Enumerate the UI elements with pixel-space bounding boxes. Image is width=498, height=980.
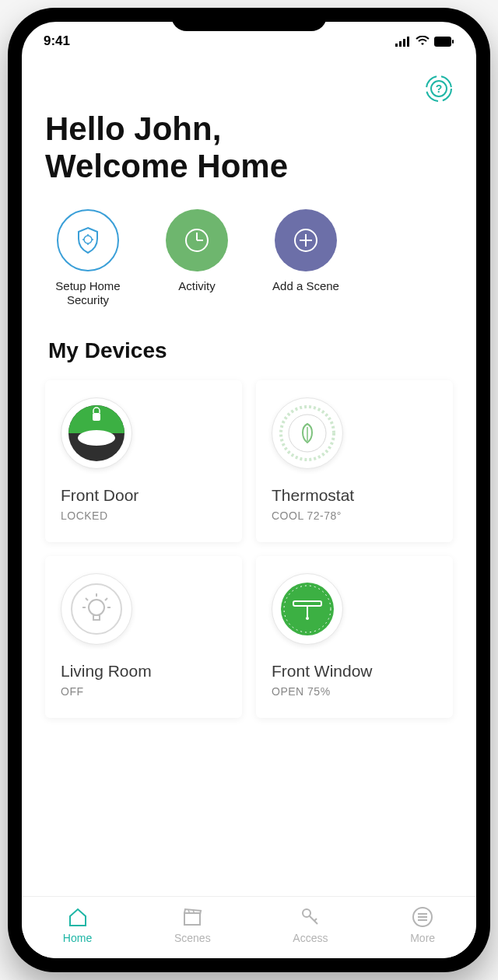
add-scene-button[interactable]: Add a Scene bbox=[263, 209, 349, 307]
svg-rect-4 bbox=[434, 37, 451, 47]
greeting-line2: Welcome Home bbox=[45, 148, 288, 184]
phone-notch bbox=[171, 8, 327, 31]
svg-rect-2 bbox=[403, 39, 405, 47]
svg-line-31 bbox=[105, 598, 107, 600]
device-status: OPEN 75% bbox=[272, 685, 437, 698]
qa-label: Setup Home Security bbox=[45, 279, 131, 307]
lightbulb-icon bbox=[67, 579, 126, 639]
activity-button[interactable]: Activity bbox=[154, 209, 240, 307]
svg-rect-39 bbox=[184, 913, 200, 925]
greeting: Hello John, Welcome Home bbox=[45, 110, 453, 186]
cellular-icon bbox=[395, 36, 411, 47]
setup-home-security-button[interactable]: Setup Home Security bbox=[45, 209, 131, 307]
clock-icon bbox=[181, 225, 212, 256]
device-card-front-window[interactable]: Front Window OPEN 75% bbox=[256, 556, 453, 718]
device-card-thermostat[interactable]: Thermostat COOL 72-78° bbox=[256, 380, 453, 542]
tab-bar: Home Scenes Access More bbox=[22, 896, 476, 958]
battery-icon bbox=[434, 37, 454, 47]
device-status: LOCKED bbox=[61, 509, 226, 522]
device-name: Living Room bbox=[61, 662, 226, 681]
lock-device-icon bbox=[67, 404, 126, 463]
svg-rect-22 bbox=[93, 413, 100, 421]
my-devices-title: My Devices bbox=[48, 338, 453, 363]
tab-scenes[interactable]: Scenes bbox=[174, 905, 211, 944]
device-card-front-door[interactable]: Front Door LOCKED bbox=[45, 380, 242, 542]
plus-circle-icon bbox=[290, 225, 321, 256]
svg-point-21 bbox=[78, 430, 115, 446]
svg-line-30 bbox=[86, 598, 88, 600]
key-icon bbox=[299, 905, 322, 929]
svg-rect-28 bbox=[93, 615, 100, 620]
device-name: Front Door bbox=[61, 486, 226, 505]
device-status: OFF bbox=[61, 685, 226, 698]
svg-rect-0 bbox=[395, 44, 398, 47]
tab-access[interactable]: Access bbox=[293, 905, 328, 944]
svg-point-38 bbox=[306, 617, 309, 620]
svg-rect-5 bbox=[452, 40, 454, 44]
status-indicators bbox=[395, 36, 454, 47]
qa-label: Add a Scene bbox=[272, 279, 339, 293]
svg-line-44 bbox=[314, 919, 317, 921]
device-name: Thermostat bbox=[272, 486, 437, 505]
svg-point-27 bbox=[89, 600, 104, 615]
tab-label: Scenes bbox=[174, 932, 211, 944]
tab-home[interactable]: Home bbox=[63, 905, 92, 944]
svg-point-26 bbox=[72, 584, 121, 634]
device-card-living-room[interactable]: Living Room OFF bbox=[45, 556, 242, 718]
tab-more[interactable]: More bbox=[410, 905, 435, 944]
phone-frame: 9:41 ? Hello John, Welcome Home bbox=[8, 8, 490, 972]
window-shade-icon bbox=[278, 579, 337, 639]
svg-rect-1 bbox=[399, 41, 402, 47]
tab-label: More bbox=[410, 932, 435, 944]
main-content: ? Hello John, Welcome Home Setup bbox=[22, 61, 476, 896]
device-name: Front Window bbox=[272, 662, 437, 681]
status-time: 9:41 bbox=[44, 33, 70, 49]
shield-gear-icon bbox=[72, 225, 103, 256]
tab-label: Access bbox=[293, 932, 328, 944]
greeting-line1: Hello John, bbox=[45, 110, 221, 147]
device-grid: Front Door LOCKED Thermostat COOL 72-78° bbox=[45, 380, 453, 718]
menu-circle-icon bbox=[411, 905, 434, 929]
home-icon bbox=[66, 905, 89, 929]
tab-label: Home bbox=[63, 932, 92, 944]
svg-text:?: ? bbox=[436, 82, 443, 95]
wifi-icon bbox=[416, 36, 430, 47]
svg-point-9 bbox=[84, 236, 92, 243]
device-status: COOL 72-78° bbox=[272, 509, 437, 522]
thermostat-leaf-icon bbox=[278, 404, 337, 463]
qa-label: Activity bbox=[178, 279, 216, 293]
phone-screen: 9:41 ? Hello John, Welcome Home bbox=[22, 22, 476, 958]
svg-rect-3 bbox=[407, 37, 409, 47]
clapperboard-icon bbox=[181, 905, 204, 929]
quick-actions-row: Setup Home Security Activity bbox=[45, 209, 453, 307]
help-icon[interactable]: ? bbox=[425, 75, 453, 103]
